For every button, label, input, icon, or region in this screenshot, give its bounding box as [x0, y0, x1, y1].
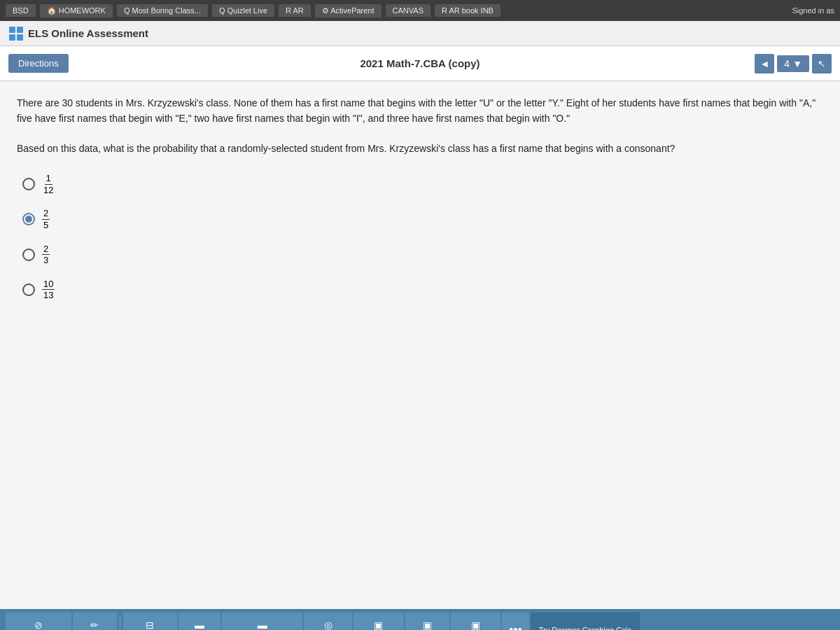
- fraction-b-numerator: 2: [42, 208, 50, 220]
- cursor-button[interactable]: ↖: [812, 54, 832, 74]
- question-number-button[interactable]: 4 ▼: [777, 55, 809, 72]
- fraction-a-numerator: 1: [45, 173, 52, 185]
- fraction-a: 1 12: [42, 173, 55, 195]
- svg-rect-1: [17, 27, 23, 33]
- logo-icon: [8, 26, 24, 41]
- radio-d[interactable]: [22, 284, 35, 296]
- calc-basic-button[interactable]: ▣ Calc Basic: [354, 612, 404, 630]
- question-number: 4: [784, 58, 790, 69]
- directions-button[interactable]: Directions: [8, 54, 69, 73]
- assessment-container: ELS Online Assessment Directions 2021 Ma…: [0, 21, 840, 630]
- toolbar-separator-1: [120, 616, 120, 630]
- fraction-c: 2 3: [42, 244, 50, 266]
- main-content: There are 30 students in Mrs. Krzyzewski…: [0, 81, 840, 609]
- choice-blocker-button[interactable]: ⊘ Choice Blocker: [6, 612, 71, 630]
- bottom-toolbar: ⊘ Choice Blocker ✏ Highlight ⊟ Line View…: [0, 609, 840, 630]
- app-title: ELS Online Assessment: [28, 27, 148, 39]
- ruler-grades-icon: ▬: [258, 620, 267, 631]
- answer-choices: 1 12 2 5 2 3: [22, 173, 823, 301]
- tab-canvas[interactable]: CANVAS: [386, 4, 430, 17]
- fraction-d: 10 13: [42, 279, 55, 301]
- tab-homework[interactable]: 🏠 HOMEWORK: [40, 4, 113, 18]
- fraction-b-denominator: 5: [42, 220, 50, 231]
- tab-most-boring[interactable]: Q Most Boring Class...: [117, 4, 208, 17]
- protractor-button[interactable]: ◎ Protractor: [304, 612, 351, 630]
- fraction-c-denominator: 3: [42, 255, 50, 266]
- answer-choice-b[interactable]: 2 5: [22, 208, 823, 230]
- reference-icon: ▣: [471, 620, 480, 631]
- assessment-title: 2021 Math-7.CBA (copy): [360, 57, 479, 69]
- tab-ar-book[interactable]: R AR book INB: [435, 4, 500, 17]
- fraction-d-denominator: 13: [42, 290, 55, 301]
- assessment-header: Directions 2021 Math-7.CBA (copy) ◄ 4 ▼ …: [0, 46, 840, 81]
- ruler-button[interactable]: ▬ Ruler: [178, 612, 220, 630]
- nav-back-button[interactable]: ◄: [755, 54, 774, 74]
- line-viewer-icon: ⊟: [146, 620, 154, 631]
- line-viewer-button[interactable]: ⊟ Line Viewer: [123, 612, 177, 630]
- dropdown-arrow: ▼: [792, 58, 802, 69]
- fraction-d-numerator: 10: [42, 279, 55, 290]
- radio-c[interactable]: [22, 248, 35, 261]
- ruler-grades-button[interactable]: ▬ Ruler (Grades 2&3): [222, 612, 302, 630]
- highlight-icon: ✏: [90, 620, 99, 631]
- question-sub: Based on this data, what is the probabil…: [17, 141, 823, 156]
- calc-sci-icon: ▣: [423, 620, 432, 631]
- more-icon: •••: [509, 623, 522, 631]
- answer-choice-a[interactable]: 1 12: [22, 173, 823, 195]
- try-desmos-button[interactable]: Try Desmos Graphing Calc: [531, 612, 640, 630]
- fraction-a-denominator: 12: [42, 185, 55, 196]
- radio-a[interactable]: [22, 178, 35, 190]
- tab-ar[interactable]: R AR: [279, 4, 311, 17]
- answer-choice-d[interactable]: 10 13: [22, 279, 823, 301]
- try-desmos-label: Try Desmos Graphing Calc: [539, 626, 631, 630]
- fraction-b: 2 5: [42, 208, 50, 230]
- svg-rect-3: [17, 34, 23, 41]
- radio-b[interactable]: [22, 213, 35, 225]
- choice-blocker-icon: ⊘: [34, 620, 43, 631]
- protractor-icon: ◎: [324, 620, 332, 631]
- calc-sci-button[interactable]: ▣ Calc Sci.: [405, 612, 449, 630]
- fraction-c-numerator: 2: [42, 244, 50, 255]
- question-paragraph: There are 30 students in Mrs. Krzyzewski…: [17, 95, 823, 127]
- more-button[interactable]: •••: [502, 612, 529, 630]
- svg-rect-0: [9, 27, 15, 33]
- tab-activeparent[interactable]: ⚙ ActiveParent: [315, 4, 382, 18]
- ruler-icon: ▬: [195, 620, 204, 631]
- reference-button[interactable]: ▣ Reference: [451, 612, 500, 630]
- tab-bsd[interactable]: BSD: [6, 4, 36, 17]
- tab-quizlet[interactable]: Q Quizlet Live: [212, 4, 274, 17]
- highlight-button[interactable]: ✏ Highlight: [73, 612, 117, 630]
- answer-choice-c[interactable]: 2 3: [22, 244, 823, 266]
- calc-basic-icon: ▣: [374, 620, 383, 631]
- app-header: ELS Online Assessment: [0, 21, 840, 46]
- app-logo: ELS Online Assessment: [8, 26, 148, 41]
- signed-in-text: Signed in as: [792, 6, 834, 15]
- browser-tab-bar: BSD 🏠 HOMEWORK Q Most Boring Class... Q …: [0, 0, 840, 21]
- nav-controls: ◄ 4 ▼ ↖: [755, 54, 832, 74]
- svg-rect-2: [9, 34, 15, 41]
